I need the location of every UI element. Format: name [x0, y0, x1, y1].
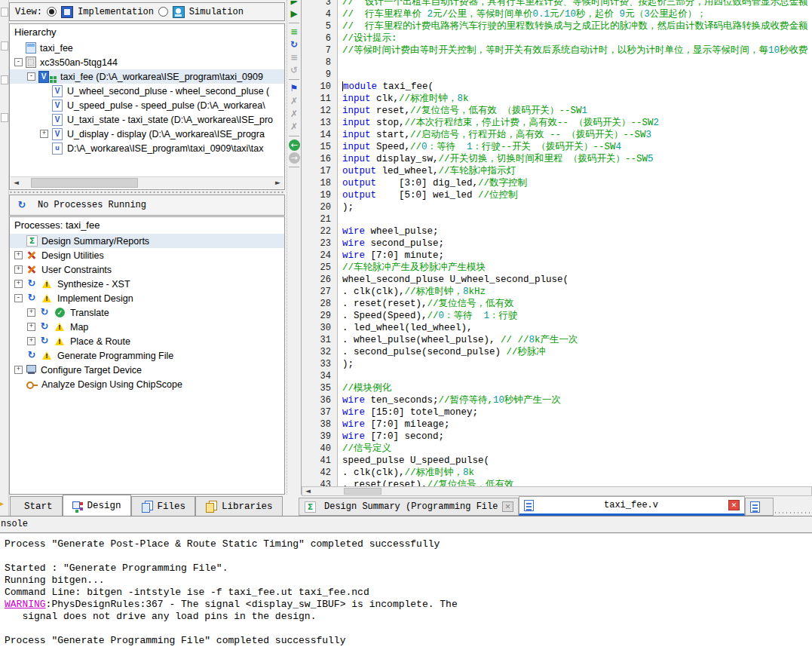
expander-plus-icon[interactable]: + [27, 308, 35, 317]
code-line[interactable]: 38wire [7:0] mileage; [302, 418, 812, 431]
implementation-radio[interactable] [47, 7, 57, 17]
implementation-label[interactable]: Implementation [78, 7, 154, 17]
code-line[interactable]: 3// 设计一个出租车自动计费器，具有行车里程计费、等候时间计费、按起价三部分，… [302, 0, 812, 8]
simulation-label[interactable]: Simulation [189, 7, 244, 17]
tab-taxi-fee.v[interactable]: taxi_fee.v [519, 496, 745, 516]
tab-design-summary-programming-file-generated-[interactable]: Design Summary (Programming File Generat… [299, 498, 519, 516]
code-line[interactable]: 20); [302, 201, 812, 213]
expander-plus-icon[interactable]: + [14, 280, 23, 288]
code-line[interactable]: 4// 行车里程单价 2元/公里，等候时间单价0.1元/10秒，起价 9元（3公… [302, 8, 812, 20]
process-item[interactable]: +Synthesize - XST [10, 277, 284, 291]
scroll-right-icon[interactable]: ► [272, 177, 283, 189]
warning-link[interactable]: WARNING [5, 599, 46, 610]
code-line[interactable]: 33); [302, 358, 812, 370]
play-lines-icon[interactable]: ▶ [287, 8, 301, 20]
strike-icon[interactable]: ✗ [287, 109, 301, 120]
strike-icon[interactable]: ✗ [287, 121, 301, 133]
gray-lines-icon[interactable]: ≡ [287, 52, 301, 63]
tab-start[interactable]: Start [10, 496, 63, 516]
tab-files[interactable]: Files [131, 496, 196, 516]
code-line[interactable]: 7//等候时间计费由等时开关控制，等时开关有效后系统自动计时，以秒为计时单位，显… [302, 44, 812, 57]
scrollbar-thumb[interactable] [344, 488, 381, 495]
scroll-left-icon[interactable]: ◄ [11, 177, 22, 189]
code-line[interactable]: 18output [3:0] dig_led,//数字控制 [302, 177, 812, 189]
code-line[interactable]: 24wire [7:0] minute; [302, 250, 812, 262]
code-line[interactable]: 5// 行车里程的计费电路将汽车行驶的里程数转换成与之成正比的脉冲数，然后由计数… [302, 20, 812, 32]
expander-plus-icon[interactable]: + [40, 130, 48, 138]
strike-icon[interactable]: ✗ [287, 96, 301, 107]
code-line[interactable]: 40//信号定义 [302, 443, 812, 455]
tree-item[interactable]: -xc3s50an-5tqg144 [10, 55, 284, 69]
code-line[interactable]: 13input stop,//本次行程结束，停止计费，高有效-- （拨码开关）-… [302, 117, 812, 129]
code-line[interactable]: 37wire [15:0] totel_money; [302, 406, 812, 418]
process-item[interactable]: Generate Programming File [10, 348, 284, 363]
code-editor[interactable]: 3// 设计一个出租车自动计费器，具有行车里程计费、等候时间计费、按起价三部分，… [302, 0, 812, 486]
scrollbar-track[interactable] [22, 177, 272, 189]
expander-minus-icon[interactable]: - [27, 72, 35, 81]
code-line[interactable]: 17output led_wheel,//车轮脉冲指示灯 [302, 165, 812, 177]
code-line[interactable]: 32. second_pulse(second_pulse) //秒脉冲 [302, 346, 812, 358]
expander-minus-icon[interactable]: - [14, 58, 23, 66]
code-line[interactable]: 26wheel_second_pluse U_wheel_second_plus… [302, 274, 812, 286]
code-line[interactable]: 19output [5:0] wei_led //位控制 [302, 189, 812, 201]
expander-plus-icon[interactable]: + [27, 337, 35, 345]
code-line[interactable]: 28. reset(reset),//复位信号，低有效 [302, 298, 812, 310]
code-line[interactable]: 29. Speed(Speed),//0：等待 1：行驶 [302, 310, 812, 322]
tree-item[interactable]: U_wheel_second_pluse - wheel_second_plus… [10, 84, 284, 98]
hierarchy-hscrollbar[interactable]: ◄ ► [11, 176, 283, 189]
code-line[interactable]: 22wire wheel_pulse; [302, 225, 812, 238]
process-item[interactable]: -Implement Design [10, 291, 284, 305]
tree-item[interactable]: taxi_fee [10, 41, 284, 55]
code-line[interactable]: 39wire [7:0] second; [302, 431, 812, 443]
tree-item[interactable]: -taxi_fee (D:\A_workarea\ISE_program\tax… [10, 69, 284, 84]
process-item[interactable]: +User Constraints [10, 262, 284, 277]
code-line[interactable]: 41speed_pulse U_speed_pulse( [302, 455, 812, 467]
process-item[interactable]: Analyze Design Using ChipScope [10, 377, 284, 391]
process-item[interactable]: +Configure Target Device [10, 363, 284, 377]
editor-hscrollbar[interactable]: ◄ [302, 486, 812, 496]
refresh-lines-icon[interactable]: ↻ [287, 39, 301, 51]
code-line[interactable]: 8 [302, 57, 812, 69]
code-line[interactable]: 14input start,//启动信号，行程开始，高有效 -- （拨码开关）-… [302, 129, 812, 141]
scroll-left-icon[interactable]: ◄ [302, 486, 314, 497]
code-line[interactable]: 25//车轮脉冲产生及秒脉冲产生模块 [302, 262, 812, 274]
tree-item[interactable]: +U_display - display (D:\A_workarea\ISE_… [10, 127, 284, 141]
code-line[interactable]: 16input display_sw,//开关切换，切换时间和里程 （拨码开关）… [302, 153, 812, 165]
code-line[interactable]: 21 [302, 213, 812, 225]
pin-icon[interactable]: ⚑ [287, 83, 301, 94]
code-line[interactable]: 43. reset(reset),//复位信号，低有效 [302, 479, 812, 486]
tree-item[interactable]: U_taxi_state - taxi_state (D:\A_workarea… [10, 112, 284, 127]
code-line[interactable]: 6//设计提示: [302, 32, 812, 44]
expander-plus-icon[interactable]: + [14, 251, 23, 259]
code-line[interactable]: 36wire ten_seconds;//暂停等待,10秒钟产生一次 [302, 394, 812, 406]
code-line[interactable]: 31. wheel_pulse(wheel_pulse), // //8k产生一… [302, 334, 812, 346]
process-item[interactable]: +Place & Route [10, 334, 284, 348]
process-item[interactable]: +Translate [10, 305, 284, 320]
scrollbar-thumb[interactable] [31, 178, 138, 188]
code-line[interactable]: 27. clk(clk),//标准时钟，8kHz [302, 286, 812, 298]
code-line[interactable]: 30. led_wheel(led_wheel), [302, 322, 812, 334]
play-clipped-icon[interactable]: ▶ [287, 1, 301, 7]
tree-item[interactable]: U_speed_pulse - speed_pulse (D:\A_workar… [10, 98, 284, 112]
code-line[interactable]: 12input reset,//复位信号，低有效 （拨码开关）--SW1 [302, 105, 812, 117]
tab-libraries[interactable]: Libraries [195, 496, 283, 516]
tree-item[interactable]: D:\A_workarea\ISE_program\taxi_0909\taxi… [10, 141, 284, 155]
close-icon[interactable] [502, 501, 513, 512]
tab-document[interactable] [745, 498, 774, 516]
process-item[interactable]: +Map [10, 320, 284, 334]
green-lines-icon[interactable]: ≡ [287, 26, 301, 38]
nav-forward-icon[interactable]: → [289, 152, 300, 164]
code-line[interactable]: 23wire second_pulse; [302, 238, 812, 250]
process-item[interactable]: +Design Utilities [10, 248, 284, 262]
scrollbar-track[interactable] [314, 487, 811, 495]
process-item[interactable]: Design Summary/Reports [10, 234, 284, 248]
expander-minus-icon[interactable]: - [14, 294, 23, 302]
expander-plus-icon[interactable]: + [14, 366, 23, 374]
tab-design[interactable]: Design [63, 495, 131, 516]
code-line[interactable]: 10module taxi_fee( [302, 81, 812, 93]
code-line[interactable]: 9 [302, 69, 812, 81]
expander-plus-icon[interactable]: + [14, 265, 23, 274]
code-line[interactable]: 34 [302, 370, 812, 382]
simulation-radio[interactable] [158, 7, 168, 17]
close-icon[interactable] [728, 500, 740, 510]
